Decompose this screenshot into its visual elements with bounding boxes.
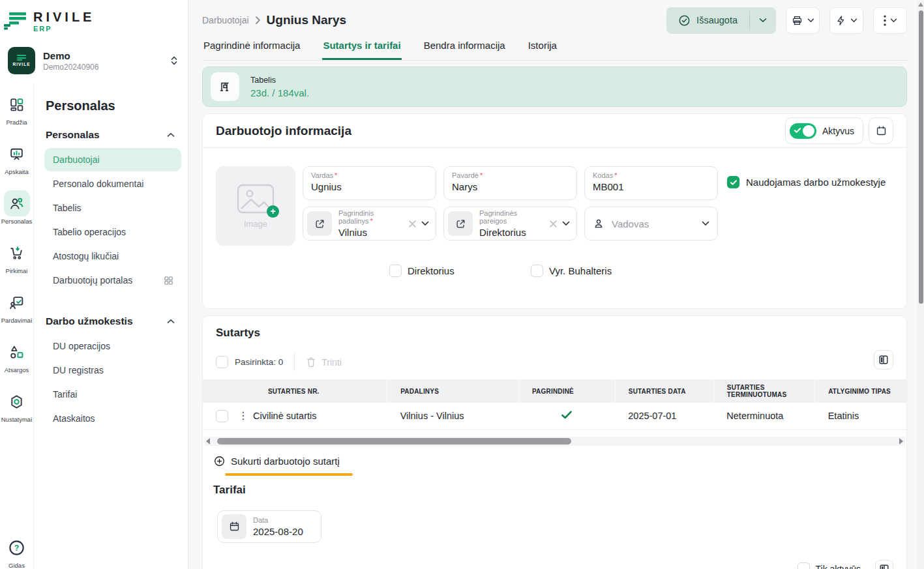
chevron-down-icon[interactable] — [702, 221, 709, 226]
vertical-scrollbar[interactable] — [917, 0, 924, 569]
employee-info-card: Darbuotojo informacija Aktyvus — [202, 113, 907, 309]
manager-select[interactable]: Vadovas — [584, 207, 718, 241]
saved-dropdown-toggle[interactable] — [750, 7, 776, 34]
clear-icon[interactable] — [408, 220, 417, 228]
sidebar-item-tabelis[interactable]: Tabelis — [44, 196, 181, 220]
menu-group-darbo-uzmokestis[interactable]: Darbo užmokestis — [44, 309, 181, 334]
sidebar-item-tarifai[interactable]: Tarifai — [44, 383, 181, 406]
cart-icon — [4, 240, 30, 266]
select-all-checkbox[interactable] — [216, 356, 228, 368]
last-name-field[interactable]: Pavardė* Narys — [443, 166, 577, 200]
breadcrumb-parent[interactable]: Darbuotojai — [202, 15, 249, 25]
chevron-down-icon — [807, 18, 814, 23]
rail-item-atsargos[interactable]: Atsargos — [0, 339, 34, 373]
timesheet-icon — [211, 72, 239, 101]
brand-title: RIVILE — [33, 10, 95, 23]
contract-nr[interactable]: Civilinė sutartis — [253, 411, 317, 421]
contract-data: 2025-07-01 — [615, 403, 713, 430]
scrollbar-thumb[interactable] — [919, 10, 923, 304]
sidebar-item-darbuotojai[interactable]: Darbuotojai — [44, 148, 181, 171]
image-placeholder-label: Image — [244, 219, 267, 229]
checkbox[interactable] — [797, 562, 810, 569]
manager-placeholder: Vadovas — [612, 218, 694, 229]
row-kebab-icon[interactable]: ⋮ — [238, 411, 243, 420]
tab-sutartys-ir-tarifai[interactable]: Sutartys ir tarifai — [322, 35, 401, 60]
table-row[interactable]: ⋮ Civilinė sutartis Vilnius - Vilnius 20… — [203, 403, 906, 430]
col-sutarties-terminuotumas[interactable]: SUTARTIES TERMINUOTUMAS — [713, 379, 814, 403]
table-header-row: SUTARTIES NR. PADALINYS PAGRINDINĖ SUTAR… — [203, 379, 906, 403]
check-circle-icon — [678, 14, 691, 27]
column-settings-button[interactable] — [874, 350, 893, 370]
scrollbar-thumb[interactable] — [217, 438, 571, 445]
chevron-right-icon — [255, 16, 261, 25]
external-link-icon[interactable] — [307, 211, 332, 236]
checkbox[interactable] — [389, 265, 402, 277]
tab-pagrindine-informacija[interactable]: Pagrindinė informacija — [203, 35, 301, 60]
rail-item-nustatymai[interactable]: Nustatymai — [0, 388, 34, 423]
payroll-checkbox[interactable]: Naudojamas darbo užmokestyje — [727, 176, 886, 188]
checkbox-checked[interactable] — [727, 176, 739, 188]
chevron-up-icon — [167, 319, 175, 324]
col-padalinys[interactable]: PADALINYS — [387, 379, 519, 403]
col-pagrindine[interactable]: PAGRINDINĖ — [518, 379, 615, 403]
chevron-down-icon[interactable] — [562, 221, 570, 226]
rail-item-pradzia[interactable]: Pradžia — [0, 91, 34, 126]
sidebar-menu: Personalas Personalas Darbuotojai Person… — [34, 83, 188, 569]
main-department-select[interactable]: Pagrindinis padalinys* Vilnius — [303, 207, 436, 241]
checkbox[interactable] — [531, 265, 543, 277]
scroll-up-arrow[interactable] — [918, 3, 923, 7]
first-name-value: Ugnius — [311, 181, 428, 192]
rail-item-personalas[interactable]: Personalas — [0, 190, 34, 225]
org-selector[interactable]: RIVILE Demo Demo20240906 — [0, 40, 188, 83]
rail-item-gidas[interactable]: ? Gidas — [0, 534, 34, 569]
menu-group-personalas[interactable]: Personalas — [44, 123, 181, 147]
col-sutarties-data[interactable]: SUTARTIES DATA — [615, 379, 713, 403]
dashboard-icon — [4, 91, 30, 117]
page-title: Ugnius Narys — [267, 13, 346, 27]
tab-istorija[interactable]: Istorija — [528, 35, 558, 60]
rail-item-pardavimai[interactable]: Pardavimai — [0, 289, 34, 324]
selected-count[interactable]: Pasirinkta: 0 — [216, 356, 283, 368]
horizontal-scrollbar[interactable] — [204, 437, 905, 446]
grid-icon — [164, 276, 173, 285]
only-active-checkbox[interactable]: Tik aktyvūs — [797, 562, 861, 569]
more-menu-button[interactable] — [873, 7, 907, 34]
lightning-icon — [835, 15, 846, 26]
main-position-select[interactable]: Pagrindinės pareigos Direktorius — [443, 207, 577, 241]
calendar-button[interactable] — [869, 117, 893, 144]
checkbox-direktorius[interactable]: Direktorius — [389, 265, 531, 277]
scroll-left-arrow[interactable] — [206, 438, 210, 445]
code-field[interactable]: Kodas* MB001 — [584, 166, 718, 200]
rail-item-pirkimai[interactable]: Pirkimai — [0, 240, 34, 274]
checkbox-vyr-buhalteris[interactable]: Vyr. Buhalteris — [531, 265, 672, 277]
brand-subtitle: ERP — [33, 25, 95, 33]
col-sutarties-nr[interactable]: SUTARTIES NR. — [203, 379, 387, 403]
sidebar-item-du-registras[interactable]: DU registras — [44, 358, 181, 382]
tariff-date-field[interactable]: Data 2025-08-20 — [217, 510, 321, 543]
row-checkbox[interactable] — [216, 410, 228, 422]
sidebar-item-ataskaitos[interactable]: Ataskaitos — [44, 407, 181, 430]
active-toggle[interactable]: Aktyvus — [785, 117, 863, 144]
sidebar-item-du-operacijos[interactable]: DU operacijos — [44, 334, 181, 358]
print-button[interactable] — [786, 7, 820, 34]
column-settings-button[interactable] — [875, 560, 893, 569]
create-contract-link[interactable]: Sukurti darbuotojo sutartį — [214, 456, 340, 467]
toggle-switch[interactable] — [790, 123, 816, 139]
col-atlyginimo-tipas[interactable]: ATLYGINIMO TIPAS — [815, 379, 906, 403]
rail-item-apskaita[interactable]: Apskaita — [0, 141, 34, 175]
first-name-field[interactable]: Vardas* Ugnius — [303, 166, 436, 200]
delete-button[interactable]: Trinti — [306, 357, 342, 368]
tab-bendra-informacija[interactable]: Bendra informacija — [423, 35, 506, 60]
quick-actions-button[interactable] — [829, 7, 863, 34]
sidebar-item-personalo-dokumentai[interactable]: Personalo dokumentai — [44, 172, 181, 196]
sidebar-item-darbuotoju-portalas[interactable]: Darbuotojų portalas — [44, 269, 181, 292]
saved-split-button[interactable]: Išsaugota — [666, 7, 776, 34]
sidebar-item-atostogu-likuciai[interactable]: Atostogų likučiai — [44, 244, 181, 268]
chevron-down-icon[interactable] — [421, 221, 429, 226]
sidebar-item-tabelio-operacijos[interactable]: Tabelio operacijos — [44, 220, 181, 244]
employee-photo-upload[interactable]: + Image — [216, 166, 295, 246]
scroll-right-arrow[interactable] — [899, 438, 903, 445]
accounting-board-icon — [4, 141, 30, 167]
clear-icon[interactable] — [549, 220, 558, 228]
external-link-icon[interactable] — [448, 211, 473, 236]
